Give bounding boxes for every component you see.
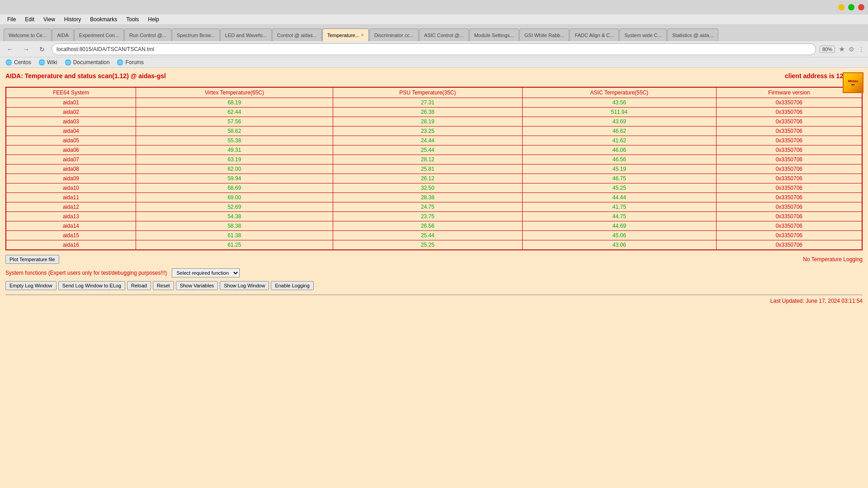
- table-row: aida0262.4426.38511.940x3350706: [6, 108, 862, 117]
- minimize-btn[interactable]: [838, 4, 844, 10]
- cell-psu-5: 25.44: [333, 145, 522, 155]
- cell-fw-13: 0x3350706: [716, 221, 862, 231]
- page-title-row: AIDA: Temperature and status scan(1.12) …: [5, 72, 863, 80]
- last-updated: Last Updated: June 17, 2024 03:11:54: [770, 298, 863, 304]
- cell-psu-0: 27.31: [333, 98, 522, 108]
- browser-tab-8[interactable]: Discriminator cc...: [369, 28, 419, 41]
- cell-fw-8: 0x3350706: [716, 174, 862, 183]
- bookmark-wiki[interactable]: 🌐 Wiki: [38, 59, 57, 66]
- empty-log-btn[interactable]: Empty Log Window: [5, 281, 57, 290]
- back-btn[interactable]: ←: [4, 44, 16, 54]
- bookmark-centos[interactable]: 🌐 Centos: [5, 59, 31, 66]
- table-row: aida1169.0028.3844.440x3350706: [6, 193, 862, 202]
- cell-psu-3: 23.25: [333, 127, 522, 136]
- sys-functions-label: System functions (Expert users only for …: [5, 270, 167, 276]
- table-row: aida0862.0025.8145.190x3350706: [6, 164, 862, 174]
- cell-virtex-15: 61.25: [136, 240, 333, 250]
- reset-btn[interactable]: Reset: [153, 281, 174, 290]
- cell-name-10: aida11: [6, 193, 136, 202]
- menu-bookmarks[interactable]: Bookmarks: [86, 15, 121, 23]
- browser-tab-3[interactable]: Run Control @...: [124, 28, 171, 41]
- enable-logging-btn[interactable]: Enable Logging: [271, 281, 313, 290]
- tab-label-1: AIDA: [57, 33, 69, 38]
- cell-asic-4: 41.62: [522, 136, 716, 145]
- cell-fw-15: 0x3350706: [716, 240, 862, 250]
- browser-tab-0[interactable]: Welcome to Ce...: [4, 28, 52, 41]
- address-bar[interactable]: localhost:8015/AIDA/TSCAN/TSCAN.tml: [52, 43, 816, 55]
- sys-functions-row: System functions (Expert users only for …: [5, 268, 863, 277]
- cell-name-1: aida02: [6, 108, 136, 117]
- page-content: AIDA: Temperature and status scan(1.12) …: [0, 68, 868, 339]
- cell-asic-8: 46.75: [522, 174, 716, 183]
- menu-view[interactable]: View: [40, 15, 59, 23]
- bookmark-forums[interactable]: 🌐 Forums: [117, 59, 144, 66]
- cell-asic-9: 45.25: [522, 183, 716, 193]
- browser-tab-11[interactable]: GSI White Rabb...: [519, 28, 570, 41]
- send-log-btn[interactable]: Send Log Window to ELog: [58, 281, 125, 290]
- browser-tab-10[interactable]: Module Settings...: [469, 28, 519, 41]
- zoom-badge: 80%: [820, 46, 835, 53]
- tab-label-6: Control @ aidas...: [277, 33, 317, 38]
- table-header: Virtex Temperature(65C): [136, 87, 333, 98]
- browser-tab-13[interactable]: System wide C...: [619, 28, 667, 41]
- table-row: aida0959.9426.1246.750x3350706: [6, 174, 862, 183]
- browser-tab-14[interactable]: Statistics @ aida...: [667, 28, 718, 41]
- table-row: aida0458.6223.2546.620x3350706: [6, 127, 862, 136]
- browser-tab-1[interactable]: AIDA: [52, 28, 74, 41]
- cell-psu-10: 28.38: [333, 193, 522, 202]
- menu-edit[interactable]: Edit: [21, 15, 38, 23]
- menu-bar: File Edit View History Bookmarks Tools H…: [0, 14, 868, 25]
- title-bar: [0, 0, 868, 14]
- tab-label-4: Spectrum Brow...: [177, 33, 215, 38]
- browser-tab-6[interactable]: Control @ aidas...: [272, 28, 322, 41]
- address-text: localhost:8015/AIDA/TSCAN/TSCAN.tml: [57, 46, 811, 52]
- menu-tools[interactable]: Tools: [123, 15, 142, 23]
- browser-tab-9[interactable]: ASIC Control @...: [419, 28, 469, 41]
- menu-icon[interactable]: ⋮: [858, 46, 864, 53]
- browser-tab-2[interactable]: Experiment Con...: [74, 28, 124, 41]
- table-row: aida0357.5628.1943.690x3350706: [6, 117, 862, 127]
- browser-tab-5[interactable]: LED and Wavefo...: [220, 28, 272, 41]
- tab-close-icon-7[interactable]: ×: [361, 33, 364, 38]
- cell-virtex-5: 49.31: [136, 145, 333, 155]
- temperature-table: FEE64 SystemVirtex Temperature(65C)PSU T…: [5, 87, 863, 250]
- bookmark-star-icon[interactable]: ★: [839, 45, 845, 53]
- bookmark-documentation[interactable]: 🌐 Documentation: [65, 59, 110, 66]
- cell-virtex-10: 69.00: [136, 193, 333, 202]
- tab-label-5: LED and Wavefo...: [225, 33, 267, 38]
- menu-history[interactable]: History: [61, 15, 85, 23]
- cell-virtex-1: 62.44: [136, 108, 333, 117]
- reload-nav-btn[interactable]: ↻: [36, 44, 48, 54]
- function-select[interactable]: Select required function: [172, 268, 240, 277]
- browser-tab-4[interactable]: Spectrum Brow...: [172, 28, 220, 41]
- bookmarks-bar: 🌐 Centos 🌐 Wiki 🌐 Documentation 🌐 Forums: [0, 57, 868, 68]
- table-row: aida1458.3826.5644.690x3350706: [6, 221, 862, 231]
- show-log-btn[interactable]: Show Log Window: [220, 281, 269, 290]
- cell-fw-4: 0x3350706: [716, 136, 862, 145]
- cell-asic-2: 43.69: [522, 117, 716, 127]
- cell-name-2: aida03: [6, 117, 136, 127]
- tab-label-8: Discriminator cc...: [374, 33, 414, 38]
- browser-tab-7[interactable]: Temperature...×: [322, 28, 369, 41]
- table-header: Firmware version: [716, 87, 862, 98]
- reload-btn[interactable]: Reload: [127, 281, 151, 290]
- cell-virtex-3: 58.62: [136, 127, 333, 136]
- tab-label-13: System wide C...: [624, 33, 662, 38]
- maximize-btn[interactable]: [848, 4, 854, 10]
- close-btn[interactable]: [858, 4, 864, 10]
- cell-name-13: aida14: [6, 221, 136, 231]
- menu-file[interactable]: File: [4, 15, 19, 23]
- table-header: PSU Temperature(35C): [333, 87, 522, 98]
- cell-asic-12: 44.75: [522, 212, 716, 221]
- cell-psu-6: 28.12: [333, 155, 522, 164]
- menu-help[interactable]: Help: [144, 15, 163, 23]
- cell-virtex-14: 61.38: [136, 231, 333, 240]
- forward-btn[interactable]: →: [20, 44, 33, 54]
- extensions-icon[interactable]: ⚙: [849, 46, 854, 53]
- browser-tab-12[interactable]: FADC Align & C...: [570, 28, 619, 41]
- plot-temperature-btn[interactable]: Plot Temperature file: [5, 255, 59, 264]
- cell-name-7: aida08: [6, 164, 136, 174]
- show-variables-btn[interactable]: Show Variables: [176, 281, 218, 290]
- cell-psu-1: 26.38: [333, 108, 522, 117]
- cell-virtex-13: 58.38: [136, 221, 333, 231]
